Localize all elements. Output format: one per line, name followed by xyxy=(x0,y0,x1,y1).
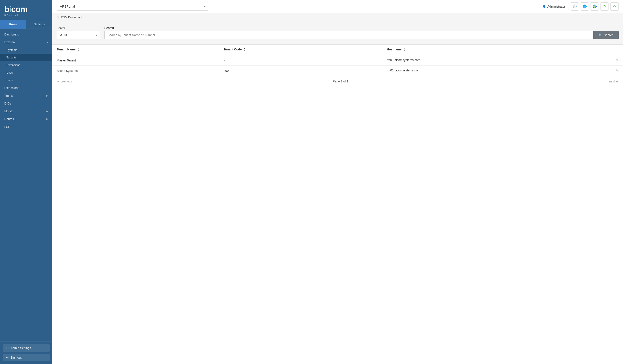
sidebar-item-label: Trunks xyxy=(4,94,13,97)
sort-asc-icon: ▲ xyxy=(403,48,405,50)
portal-select-wrapper: VPSPortal ▾ xyxy=(57,2,208,11)
col-tenant-code: Tenant Code ▲ ▼ xyxy=(219,44,382,55)
sort-desc-icon: ▼ xyxy=(244,50,245,52)
sidebar-item-label: DIDs xyxy=(4,102,11,105)
col-tenant-name: Tenant Name ▲ ▼ xyxy=(52,44,219,55)
sidebar-item-dids-sub[interactable]: DIDs xyxy=(0,69,52,76)
server-label: Server xyxy=(57,26,100,30)
admin-settings-button[interactable]: ⚙ Admin Settings xyxy=(3,344,50,352)
portal-select[interactable]: VPSPortal xyxy=(57,2,208,11)
sort-desc-icon: ▼ xyxy=(403,50,405,52)
sidebar-item-monitor[interactable]: Monitor ▶ xyxy=(0,107,52,115)
clock-icon: 🕐 xyxy=(573,4,577,8)
refresh-icon-btn[interactable]: ↻ xyxy=(601,2,609,11)
sidebar: bicom SYSTEMS Home Settings Dashboard Ex… xyxy=(0,0,52,364)
chevron-icon: ▾ xyxy=(47,41,48,44)
globe-icon: 🌍 xyxy=(593,4,597,8)
csv-download-link[interactable]: CSV Download xyxy=(61,16,82,19)
table-section: Tenant Name ▲ ▼ Tenant Code ▲ ▼ xyxy=(52,44,623,86)
admin-label: Administrator xyxy=(547,5,565,8)
logo-subtitle: SYSTEMS xyxy=(4,14,48,16)
sidebar-item-dashboard[interactable]: Dashboard xyxy=(0,30,52,38)
sidebar-item-label: LCR xyxy=(4,125,10,128)
sidebar-item-label: Monitor xyxy=(4,109,15,113)
sign-out-label: Sign out xyxy=(10,356,22,359)
sidebar-nav: Dashboard External ▾ Systems Tenants Ext… xyxy=(0,29,52,341)
sidebar-item-label: Logs xyxy=(6,79,13,82)
search-row: 🔍 Search xyxy=(104,31,619,39)
refresh-icon: ↻ xyxy=(603,4,606,8)
sidebar-item-label: Extensions xyxy=(6,64,20,67)
sidebar-item-label: Tenants xyxy=(6,56,17,59)
pagination: ◄ previous Page 1 of 1 next ► xyxy=(52,76,623,86)
sign-out-icon: ↪ xyxy=(6,356,9,359)
sort-icons-tenant-code[interactable]: ▲ ▼ xyxy=(244,48,245,52)
clock-icon-btn[interactable]: 🕐 xyxy=(571,2,579,11)
sort-asc-icon: ▲ xyxy=(244,48,245,50)
gear-icon: ⚙ xyxy=(6,346,9,350)
sort-icons-hostname[interactable]: ▲ ▼ xyxy=(403,48,405,52)
sidebar-item-label: Dashboard xyxy=(4,33,19,36)
sidebar-item-tenants[interactable]: Tenants xyxy=(0,54,52,61)
tab-home[interactable]: Home xyxy=(0,20,26,29)
chevron-icon: ▶ xyxy=(46,94,48,97)
sidebar-tabs: Home Settings xyxy=(0,20,52,29)
tab-settings[interactable]: Settings xyxy=(26,20,52,29)
admin-button[interactable]: 👤 Administrator xyxy=(539,3,569,10)
sidebar-item-routes[interactable]: Routes ▶ xyxy=(0,115,52,123)
col-hostname-label: Hostname xyxy=(387,48,401,51)
col-hostname: Hostname ▲ ▼ xyxy=(382,44,623,55)
chevron-icon: ▶ xyxy=(46,110,48,113)
col-tenant-name-label: Tenant Name xyxy=(57,48,76,51)
sidebar-item-label: DIDs xyxy=(6,71,13,74)
sidebar-item-label: Systems xyxy=(6,48,17,51)
sidebar-item-extensions[interactable]: Extensions xyxy=(0,84,52,92)
sort-icons-tenant-name[interactable]: ▲ ▼ xyxy=(77,48,79,52)
sidebar-item-systems[interactable]: Systems xyxy=(0,46,52,54)
server-select[interactable]: MT01 xyxy=(57,31,100,39)
sidebar-item-dids[interactable]: DIDs xyxy=(0,100,52,107)
edit-icon[interactable]: ✎ xyxy=(616,58,619,62)
sidebar-item-label: Routes xyxy=(4,117,14,121)
search-button-label: Search xyxy=(604,33,613,37)
content-area: ⬇ CSV Download Server MT01 ▾ Search xyxy=(52,13,623,364)
chevron-icon: ▶ xyxy=(46,118,48,121)
search-button[interactable]: 🔍 Search xyxy=(593,31,619,39)
globe-outline-icon: 🌐 xyxy=(582,4,587,8)
sort-asc-icon: ▲ xyxy=(77,48,79,50)
csv-bar: ⬇ CSV Download xyxy=(52,13,623,22)
server-select-wrapper: MT01 ▾ xyxy=(57,31,100,39)
sign-out-button[interactable]: ↪ Sign out xyxy=(3,354,50,361)
download-icon: ⬇ xyxy=(57,16,59,19)
sidebar-item-label: Extensions xyxy=(4,86,19,90)
search-icon: 🔍 xyxy=(599,33,602,37)
sidebar-item-extensions-sub[interactable]: Extensions xyxy=(0,61,52,69)
sidebar-item-lcr[interactable]: LCR xyxy=(0,123,52,131)
main-content: VPSPortal ▾ 👤 Administrator 🕐 🌐 🌍 ↻ ⟳ xyxy=(52,0,623,364)
globe-icon-btn[interactable]: 🌍 xyxy=(591,2,599,11)
globe-outline-icon-btn[interactable]: 🌐 xyxy=(580,2,589,11)
col-tenant-code-label: Tenant Code xyxy=(224,48,242,51)
previous-button[interactable]: ◄ previous xyxy=(57,80,72,83)
search-input[interactable] xyxy=(104,31,593,39)
search-group: Search 🔍 Search xyxy=(104,26,619,39)
next-button[interactable]: next ► xyxy=(609,80,619,83)
header-actions: 👤 Administrator 🕐 🌐 🌍 ↻ ⟳ xyxy=(539,2,619,11)
cell-tenant-name: Master Tenant xyxy=(52,55,219,65)
search-label: Search xyxy=(104,26,619,30)
page-info: Page 1 of 1 xyxy=(333,80,348,83)
cell-tenant-code: 200 xyxy=(219,65,382,76)
cell-hostname: mt01.bicomsystems.com ✎ xyxy=(382,55,623,65)
server-filter-group: Server MT01 ▾ xyxy=(57,26,100,39)
refresh2-icon-btn[interactable]: ⟳ xyxy=(610,2,619,11)
sidebar-item-trunks[interactable]: Trunks ▶ xyxy=(0,92,52,100)
table-header-row: Tenant Name ▲ ▼ Tenant Code ▲ ▼ xyxy=(52,44,623,55)
sort-desc-icon: ▼ xyxy=(77,50,79,52)
sidebar-item-logs[interactable]: Logs xyxy=(0,76,52,84)
cell-tenant-name: Bicom Systems xyxy=(52,65,219,76)
sidebar-item-external[interactable]: External ▾ xyxy=(0,38,52,46)
edit-icon[interactable]: ✎ xyxy=(616,69,619,73)
table-row: Master Tenant - mt01.bicomsystems.com ✎ xyxy=(52,55,623,65)
cell-hostname: mt01.bicomsystems.com ✎ xyxy=(382,65,623,76)
cell-tenant-code: - xyxy=(219,55,382,65)
